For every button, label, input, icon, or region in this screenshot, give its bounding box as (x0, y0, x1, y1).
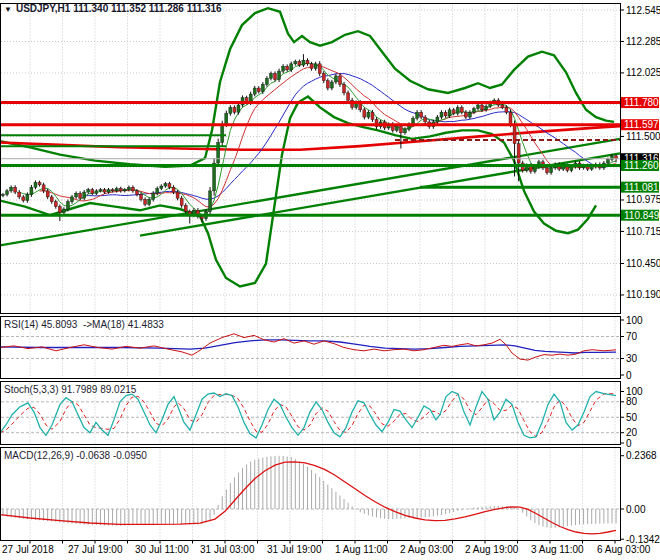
candle-body (444, 112, 447, 116)
candle-body (306, 60, 309, 64)
candle-body (606, 159, 609, 163)
candle-body (302, 60, 305, 65)
time-axis-label: 3 Aug 11:00 (531, 544, 584, 555)
candle-body (172, 187, 175, 192)
chart-title: USDJPY,H1 111.340 111.352 111.286 111.31… (16, 3, 222, 14)
candle-body (160, 186, 163, 188)
candle-body (103, 190, 106, 192)
candle-body (176, 192, 179, 198)
price-axis-label: 112.545 (626, 5, 660, 16)
time-axis-label: 6 Aug 03:00 (597, 544, 651, 555)
candle-body (6, 191, 9, 195)
candle-body (505, 107, 508, 112)
candle-body (399, 127, 402, 133)
candle-body (79, 193, 82, 198)
price-badge-label: 111.780 (624, 97, 659, 108)
indicator-axis-label: 80 (626, 396, 638, 407)
indicator-axis-label: 30 (626, 353, 638, 364)
price-axis-label: 110.975 (626, 194, 660, 205)
candle-body (58, 207, 61, 213)
indicator-axis-label: 50 (626, 412, 638, 423)
candle-body (184, 205, 187, 211)
candle-body (229, 107, 232, 113)
price-axis[interactable]: 112.545112.285112.025111.780111.597111.5… (621, 5, 660, 545)
price-badge-label: 111.597 (624, 119, 659, 130)
candle-body (50, 197, 53, 202)
candle-body (318, 64, 321, 74)
candle-body (416, 112, 419, 118)
time-axis-label: 31 Jul 03:00 (200, 544, 255, 555)
stoch-indicator-label: Stoch(5,3,3) 91.7989 89.0215 (4, 384, 136, 395)
candle-body (290, 64, 293, 70)
candle-body (152, 193, 155, 199)
candle-body (286, 66, 289, 70)
price-axis-label: 110.450 (626, 258, 660, 269)
indicator-axis-label: 0 (626, 370, 632, 381)
candle-body (440, 112, 443, 117)
candle-body (477, 105, 480, 109)
indicator-axis-label: 70 (626, 331, 638, 342)
candle-body (111, 190, 114, 191)
candle-body (472, 109, 475, 113)
candle-body (481, 105, 484, 110)
price-axis-label: 111.500 (626, 131, 660, 142)
main-panel[interactable] (0, 4, 621, 314)
candle-body (213, 163, 216, 191)
candle-body (34, 182, 37, 187)
candle-body (343, 84, 346, 92)
candle-body (298, 61, 301, 65)
macd-panel[interactable] (0, 448, 621, 541)
time-axis-label: 2 Aug 19:00 (465, 544, 519, 555)
time-axis-label: 1 Aug 11:00 (335, 544, 388, 555)
candle-body (119, 188, 122, 190)
time-axis[interactable]: 27 Jul 201827 Jul 19:0030 Jul 11:0031 Ju… (2, 541, 651, 556)
candle-body (131, 187, 134, 191)
price-badge-label: 111.081 (624, 182, 659, 193)
candle-body (347, 93, 350, 100)
candle-body (261, 84, 264, 91)
candle-body (168, 184, 171, 188)
candle-body (237, 105, 240, 112)
time-axis-label: 2 Aug 03:00 (400, 544, 454, 555)
candle-body (54, 202, 57, 207)
candle-body (2, 195, 5, 196)
time-axis-label: 30 Jul 11:00 (135, 544, 189, 555)
price-axis-label: 110.715 (626, 226, 660, 237)
indicator-axis-label: 0.00 (626, 504, 646, 515)
candle-body (395, 127, 398, 131)
candle-body (278, 71, 281, 79)
time-axis-label: 27 Jul 19:00 (68, 544, 123, 555)
price-axis-label: 112.285 (626, 36, 660, 47)
candle-body (546, 168, 549, 173)
candle-body (334, 76, 337, 82)
rsi-indicator-label: RSI(14) 45.8093 ->MA(18) 41.4833 (4, 319, 164, 330)
candle-body (62, 209, 65, 213)
candle-body (156, 188, 159, 193)
candle-body (115, 188, 118, 190)
candle-body (225, 113, 228, 124)
candle-body (144, 199, 147, 204)
price-badge-label: 111.260 (624, 160, 659, 171)
candle-body (46, 191, 49, 197)
candle-body (99, 190, 102, 191)
candle-body (107, 190, 110, 192)
candle-body (269, 74, 272, 79)
candle-body (14, 187, 17, 192)
candle-body (95, 191, 98, 193)
candle-body (30, 187, 33, 194)
candle-body (148, 199, 151, 204)
candle-body (265, 78, 268, 84)
chart-canvas[interactable]: 112.545112.285112.025111.780111.597111.5… (0, 0, 660, 560)
candle-body (66, 202, 69, 209)
candle-body (590, 167, 593, 169)
candle-body (233, 107, 236, 112)
candle-body (164, 184, 167, 186)
candle-body (456, 107, 459, 113)
candle-body (140, 195, 143, 200)
candle-body (83, 192, 86, 198)
candle-body (570, 167, 573, 171)
candle-body (509, 112, 512, 124)
symbol-dropdown-arrow[interactable]: ▼ (4, 4, 12, 15)
candle-body (310, 64, 313, 69)
candle-body (180, 198, 183, 205)
